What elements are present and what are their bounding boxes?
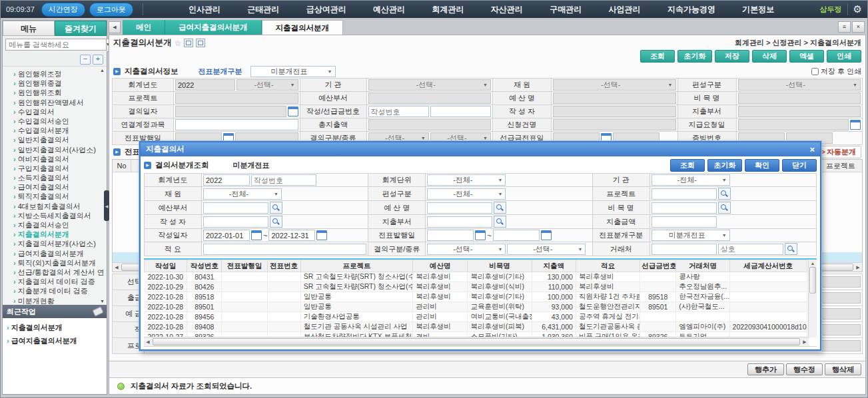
sidebar-item[interactable]: ›소득지출결의서 [3, 173, 107, 182]
select[interactable]: -선택-▼ [553, 79, 676, 91]
vertical-scrollbar[interactable]: ▲ [808, 260, 817, 337]
search-icon[interactable] [494, 216, 506, 228]
select[interactable]: -선택-▼ [507, 244, 586, 255]
scroll-left-icon[interactable]: ◀ [113, 265, 121, 270]
sidebar-item[interactable]: ›원인행위조정 [3, 69, 107, 79]
scrollbar-thumb[interactable] [809, 267, 816, 294]
table-row[interactable]: 2022-10-2980426SR 고속철도차량(SRT) 청소사업(수도권)복… [145, 282, 807, 292]
scroll-right-icon[interactable]: ▶ [801, 339, 809, 345]
table-row[interactable]: 2022-10-2889456기술환경사업공통관리비여비교통비(국내출장)43,… [145, 312, 807, 322]
top-menu-item[interactable]: 지속가능경영 [667, 4, 715, 15]
action-button[interactable]: 저장 [715, 50, 749, 63]
sidebar-item[interactable]: ›수입결의서승인 [3, 116, 107, 126]
window-close-icon[interactable]: × [852, 21, 865, 33]
recent-item[interactable]: ›지출결의서분개 [7, 321, 103, 334]
table-header-cell[interactable]: 거래처명 [676, 260, 729, 272]
text-input[interactable] [553, 119, 676, 130]
sidebar-item[interactable]: ›여비지출결의서 [3, 154, 107, 164]
table-header-cell[interactable]: 전표번호 [267, 260, 300, 272]
sidebar-splitter[interactable]: ◀ [104, 190, 109, 221]
dialog-button[interactable]: 확인 [745, 159, 779, 172]
dialog-close-icon[interactable]: × [809, 145, 815, 154]
text-input[interactable] [203, 244, 366, 255]
popup-icon[interactable] [196, 39, 205, 47]
expand-all-button[interactable]: + [93, 55, 103, 65]
top-menu-item[interactable]: 자산관리 [491, 4, 523, 15]
dialog-header[interactable]: 지출결의서 × [141, 142, 820, 156]
window-menu-icon[interactable]: ≡ [838, 21, 851, 33]
sidebar-item[interactable]: ›일반지출결의서(사업소) [3, 145, 107, 154]
text-input[interactable] [268, 230, 315, 241]
table-row[interactable]: 2022-10-2889501일반공통관리비교육훈련비(위탁)93,000철도운… [145, 302, 807, 312]
search-icon[interactable] [270, 216, 282, 228]
select[interactable]: -전체-▼ [203, 188, 282, 200]
action-button[interactable]: 인쇄 [827, 50, 861, 63]
select[interactable]: -전체-▼ [427, 188, 506, 200]
menu-search-input[interactable] [5, 39, 107, 51]
table-header-cell[interactable]: 세금계산서번호 [729, 260, 807, 272]
sidebar-item[interactable]: ›수입결의서 [3, 107, 107, 116]
text-input[interactable] [427, 230, 474, 241]
table-header-cell[interactable]: 지출액 [532, 260, 576, 272]
text-input[interactable] [430, 106, 491, 117]
dialog-button[interactable]: 조회 [670, 159, 705, 172]
table-header-cell[interactable]: 예산명 [413, 260, 468, 272]
top-menu-item[interactable]: 급상여관리 [306, 4, 346, 15]
calendar-icon[interactable] [251, 230, 262, 240]
text-input[interactable] [251, 174, 316, 186]
text-input[interactable] [175, 106, 286, 117]
text-input[interactable] [651, 244, 717, 255]
sidebar-item[interactable]: ›급여지출결의서분개 [3, 249, 107, 258]
calendar-icon[interactable] [850, 120, 861, 130]
table-header-cell[interactable]: 전표발행일 [222, 260, 267, 272]
text-input[interactable] [427, 202, 492, 214]
sidebar-item[interactable]: ›지출결의서승인 [3, 220, 107, 230]
table-header-cell[interactable]: 선급금번호 [640, 260, 676, 272]
text-input[interactable] [651, 188, 717, 200]
extend-time-button[interactable]: 시간연장 [41, 3, 85, 17]
sidebar-item[interactable]: ›선급/통합결의서 계산서 연 [3, 268, 107, 277]
auto-journal-button[interactable]: >자동분개 [816, 146, 861, 158]
refresh-icon[interactable] [184, 39, 193, 47]
sidebar-item[interactable]: ›원인행위조회 [3, 88, 107, 97]
select[interactable]: -선택-▼ [236, 79, 298, 91]
scroll-up-icon[interactable]: ▲ [811, 260, 815, 267]
eraser-icon[interactable] [93, 307, 104, 317]
calendar-icon[interactable] [288, 106, 298, 116]
dialog-button[interactable]: 닫기 [782, 159, 817, 172]
table-header-cell[interactable]: 적요 [576, 260, 640, 272]
select[interactable]: -전체-▼ [651, 174, 730, 186]
scroll-up-icon[interactable]: ▲ [100, 68, 105, 73]
sidebar-item[interactable]: ›수입결의서분개 [3, 126, 107, 135]
search-icon[interactable] [494, 202, 506, 214]
sidebar-item[interactable]: ›지방소득세지출결의서 [3, 211, 107, 220]
select[interactable]: 미분개전표▼ [651, 230, 730, 241]
text-input[interactable] [718, 244, 783, 255]
sidebar-item[interactable]: ›퇴직(외)지출결의서분개 [3, 258, 107, 268]
recent-item[interactable]: ›급여지출결의서분개 [7, 334, 103, 347]
top-menu-item[interactable]: 예산관리 [373, 4, 405, 15]
select[interactable]: -선택-▼ [738, 79, 861, 91]
text-input[interactable] [203, 216, 268, 228]
text-input[interactable] [203, 202, 268, 214]
print-after-save[interactable]: 저장 후 인쇄 [811, 67, 861, 77]
dialog-button[interactable]: 초기화 [707, 159, 742, 172]
sidebar-item[interactable]: ›원인행위종결 [3, 79, 107, 88]
action-button[interactable]: 조회 [640, 50, 675, 63]
text-input[interactable] [493, 230, 540, 241]
top-menu-item[interactable]: 회계관리 [432, 4, 464, 15]
favorite-star-icon[interactable]: ☆ [175, 39, 182, 48]
table-header-cell[interactable]: 프로젝트 [300, 260, 413, 272]
row-button[interactable]: 행삭제 [825, 363, 861, 375]
text-input[interactable] [738, 119, 849, 130]
sidebar-item[interactable]: ›미분개현황 [3, 296, 107, 305]
table-row[interactable]: 2022-10-2889408철도기관 공동사옥 시설관리 사업복리후생비복리후… [145, 322, 807, 332]
top-menu-item[interactable]: 인사관리 [189, 4, 220, 15]
content-tab[interactable]: 메인 [123, 20, 165, 35]
sidebar-item[interactable]: ›일반지출결의서 [3, 135, 107, 144]
text-input[interactable] [553, 93, 676, 104]
calendar-icon[interactable] [541, 230, 552, 240]
content-tab[interactable]: 급여지출결의서분개 [165, 20, 262, 35]
text-input[interactable] [651, 202, 717, 214]
table-header-cell[interactable]: 작성일 [145, 260, 187, 272]
